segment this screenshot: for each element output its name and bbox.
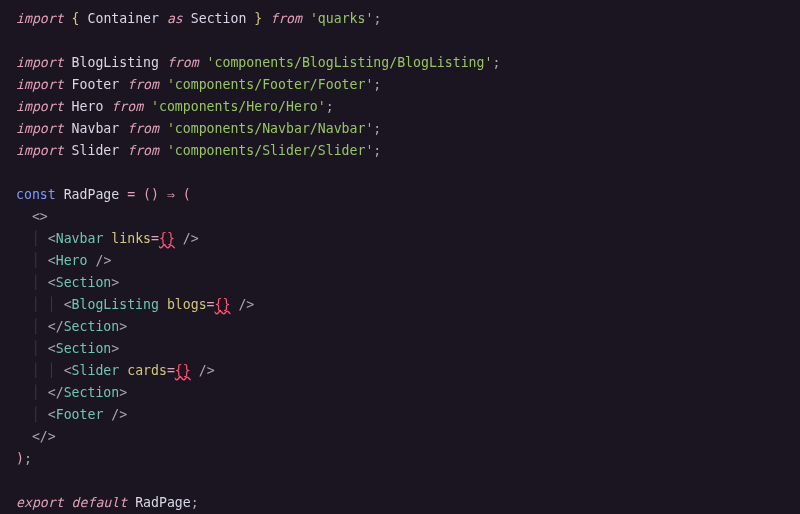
code-line-cursor: export default RadPage; — [16, 492, 784, 514]
code-line: import Slider from 'components/Slider/Sl… — [16, 143, 381, 158]
code-line: const RadPage = () ⇒ ( — [16, 187, 191, 202]
keyword-import: import — [16, 11, 64, 26]
code-line: │ <Navbar links={} /> — [16, 231, 199, 246]
code-line: │ │ <BlogListing blogs={} /> — [16, 297, 254, 312]
code-line: import { Container as Section } from 'qu… — [16, 11, 381, 26]
code-line: │ </Section> — [16, 319, 127, 334]
code-line: │ <Hero /> — [16, 253, 111, 268]
code-line: │ <Footer /> — [16, 407, 127, 422]
code-line: import Hero from 'components/Hero/Hero'; — [16, 99, 334, 114]
code-line: import Footer from 'components/Footer/Fo… — [16, 77, 381, 92]
code-line: │ </Section> — [16, 385, 127, 400]
code-line: │ <Section> — [16, 275, 119, 290]
code-line: import BlogListing from 'components/Blog… — [16, 55, 500, 70]
code-editor[interactable]: import { Container as Section } from 'qu… — [0, 0, 800, 514]
code-line: import Navbar from 'components/Navbar/Na… — [16, 121, 381, 136]
code-line: ); — [16, 451, 32, 466]
lint-error-icon: {} — [159, 231, 175, 246]
lint-error-icon: {} — [215, 297, 231, 312]
lint-error-icon: {} — [175, 363, 191, 378]
code-line: </> — [16, 429, 56, 444]
code-line: <> — [16, 209, 48, 224]
code-line: │ │ <Slider cards={} /> — [16, 363, 215, 378]
code-line: │ <Section> — [16, 341, 119, 356]
